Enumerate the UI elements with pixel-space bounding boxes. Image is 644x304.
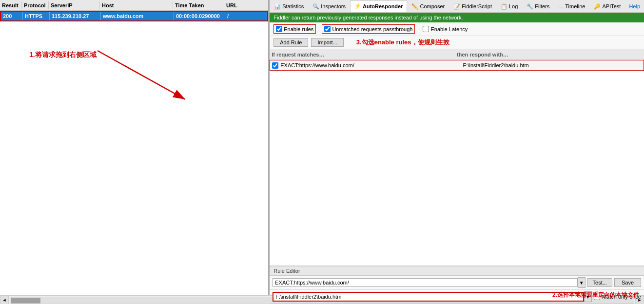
import-button[interactable]: Import... [311,38,343,47]
tab-log[interactable]: 📋 Log [496,0,522,12]
tab-bar: 📊 Statistics 🔍 Inspectors ⚡ AutoResponde… [270,0,644,13]
rules-col-if-header: If request matches… [272,52,457,57]
timeline-icon: — [558,3,564,9]
col-header-url: URL [224,1,268,9]
tab-autoresponder[interactable]: ⚡ AutoResponder [350,0,408,12]
tab-filters-label: Filters [535,3,549,9]
apitest-icon: 🔑 [594,3,601,10]
test-button[interactable]: Test... [587,278,612,287]
col-header-result: Result [0,1,22,9]
rule-enabled-checkbox[interactable] [272,62,278,69]
table-row[interactable]: 200 HTTPS 115.239.210.27 www.baidu.com 0… [0,11,268,21]
enable-rules-label: Enable rules [284,26,313,32]
rule-editor-label: Rule Editor [270,266,644,276]
annotation-enable-rules: 3.勾选enable rules，使规则生效 [356,38,449,47]
tab-log-label: Log [509,3,518,9]
unmatched-checkbox[interactable]: Unmatched requests passthrough [322,24,415,34]
tab-composer[interactable]: ✏️ Composer [407,0,449,12]
drag-arrow [49,41,195,138]
cell-result: 200 [1,12,23,20]
rule-then-value: F:\install\Fiddler2\baidu.htm [459,62,642,68]
enable-rules-input[interactable] [276,26,282,32]
enable-latency-label: Enable Latency [430,26,468,32]
statistics-icon: 📊 [274,3,281,10]
cell-serverip: 115.239.210.27 [50,12,101,20]
tab-composer-label: Composer [420,3,445,9]
right-panel: 📊 Statistics 🔍 Inspectors ⚡ AutoResponde… [270,0,644,304]
table-header: Result Protocol ServerIP Host Time Taken… [0,0,268,11]
tab-statistics-label: Statistics [282,3,304,9]
tab-timeline-label: Timeline [565,3,585,9]
tab-inspectors-label: Inspectors [321,3,346,9]
svg-line-1 [98,51,185,99]
rule-if-value: EXACT:https://www.baidu.com/ [280,62,459,68]
tab-statistics[interactable]: 📊 Statistics [270,0,308,12]
rule-editor-row1: ▼ Test... Save [270,276,644,290]
info-banner: Fiddler can return previously generated … [270,13,644,22]
tab-filters[interactable]: 🔧 Filters [522,0,554,12]
annotation-local-file: 2.选择本地需要重定向的本地文件 [552,291,639,299]
buttons-row: Add Rule Import... 3.勾选enable rules，使规则生… [270,36,644,49]
tab-timeline[interactable]: — Timeline [554,0,589,12]
filters-icon: 🔧 [527,3,533,10]
tab-autoresponder-label: AutoResponder [363,3,403,9]
col-header-serverip: ServerIP [49,1,100,9]
tab-fiddlerscript-label: FiddlerScript [462,3,492,9]
rules-table-header: If request matches… then respond with… [270,49,644,60]
scroll-thumb[interactable] [11,298,40,304]
cell-host: www.baidu.com [101,12,174,20]
unmatched-label: Unmatched requests passthrough [332,26,412,32]
rule-editor-input2[interactable] [273,292,584,302]
enable-rules-checkbox[interactable]: Enable rules [273,24,316,34]
help-button[interactable]: Help [625,2,644,10]
col-header-host: Host [100,1,173,9]
left-panel: Result Protocol ServerIP Host Time Taken… [0,0,270,304]
log-icon: 📋 [501,3,507,10]
enable-latency-input[interactable] [423,26,429,32]
rule-item[interactable]: EXACT:https://www.baidu.com/ F:\install\… [270,60,644,71]
scroll-left-btn[interactable]: ◄ [0,296,9,304]
cell-url: / [225,12,267,20]
cell-timetaken: 00:00:00.0290000 [174,12,225,20]
rules-list: EXACT:https://www.baidu.com/ F:\install\… [270,60,644,266]
left-annotation-area: 1.将请求拖到右侧区域 [0,21,268,304]
autoresponder-icon: ⚡ [354,3,361,9]
add-rule-button[interactable]: Add Rule [273,38,308,47]
tab-apitest-label: APITest [602,3,621,9]
rules-col-then-header: then respond with… [457,52,642,57]
save-button[interactable]: Save [614,278,641,287]
col-header-timetaken: Time Taken [173,1,224,9]
col-header-protocol: Protocol [22,1,49,9]
composer-icon: ✏️ [411,3,418,10]
inspectors-icon: 🔍 [312,3,319,10]
rule-editor-dropdown1[interactable]: ▼ [578,277,585,288]
tab-apitest[interactable]: 🔑 APITest [589,0,625,12]
checkbox-row: Enable rules Unmatched requests passthro… [270,22,644,36]
enable-latency-checkbox[interactable]: Enable Latency [421,25,469,33]
cell-protocol: HTTPS [23,12,50,20]
rule-editor-row2-wrap: ▼ Match only once 2.选择本地需要重定向的本地文件 [270,290,644,304]
tab-inspectors[interactable]: 🔍 Inspectors [308,0,350,12]
banner-text: Fiddler can return previously generated … [273,15,463,20]
rule-editor-input1[interactable] [273,278,577,287]
tab-fiddlerscript[interactable]: 📝 FiddlerScript [449,0,496,12]
unmatched-input[interactable] [324,26,331,32]
rule-editor-section: Rule Editor ▼ Test... Save ▼ Match only … [270,266,644,304]
fiddlerscript-icon: 📝 [453,3,460,10]
